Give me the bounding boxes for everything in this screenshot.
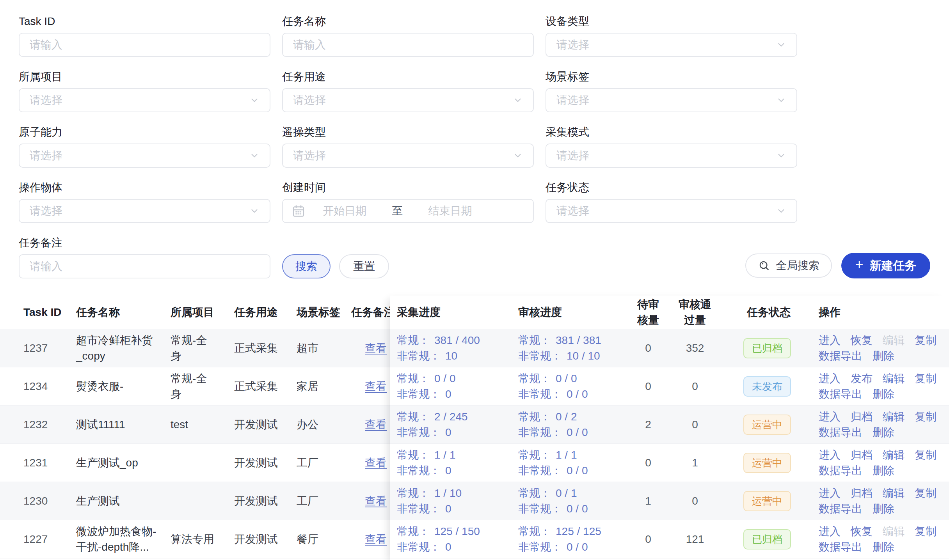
op-enter[interactable]: 进入 <box>819 447 841 463</box>
cell-collect-progress: 常规：0 / 0 非常规：0 <box>397 371 514 402</box>
cell-operations: 进入 归档 编辑 复制 数据导出 删除 <box>819 447 944 478</box>
cell-project: 常规-全身 <box>171 371 217 402</box>
op-enter[interactable]: 进入 <box>819 524 841 539</box>
chevron-down-icon <box>513 151 523 161</box>
op-enter[interactable]: 进入 <box>819 409 841 425</box>
op-restore[interactable]: 恢复 <box>851 333 873 348</box>
op-archive[interactable]: 归档 <box>851 409 873 425</box>
op-enter[interactable]: 进入 <box>819 486 841 501</box>
view-remark-link[interactable]: 查看 <box>365 380 387 392</box>
cell-name: 测试11111 <box>76 417 159 432</box>
date-range-picker[interactable]: 开始日期 至 结束日期 <box>282 199 534 223</box>
cell-review-progress: 常规：0 / 2 非常规：0 / 0 <box>518 409 635 440</box>
cell-pending-count: 0 <box>623 379 674 394</box>
teleop-type-select[interactable]: 请选择 <box>282 144 534 168</box>
table-row: 常规：0 / 0 非常规：0 常规：0 / 0 非常规：0 / 0 0 0 未发… <box>390 367 949 406</box>
cell-review-progress: 常规：0 / 0 非常规：0 / 0 <box>518 371 635 402</box>
op-edit[interactable]: 编辑 <box>883 371 905 386</box>
filter-task-status-label: 任务状态 <box>546 182 797 193</box>
op-edit[interactable]: 编辑 <box>883 486 905 501</box>
op-archive[interactable]: 归档 <box>851 447 873 463</box>
object-select[interactable]: 请选择 <box>19 199 270 223</box>
op-export[interactable]: 数据导出 <box>819 501 862 517</box>
op-copy[interactable]: 复制 <box>915 371 937 386</box>
cell-purpose: 正式采集 <box>234 379 293 394</box>
cell-pending-count: 0 <box>623 455 674 471</box>
view-remark-link[interactable]: 查看 <box>365 418 387 431</box>
table-row: 1230 生产测试 开发测试 工厂 查看 <box>0 482 390 520</box>
op-delete[interactable]: 删除 <box>873 425 894 440</box>
header-purpose: 任务用途 <box>234 305 293 320</box>
op-copy[interactable]: 复制 <box>915 447 937 463</box>
op-copy[interactable]: 复制 <box>915 333 937 348</box>
op-export[interactable]: 数据导出 <box>819 348 862 364</box>
search-button[interactable]: 搜索 <box>282 254 331 278</box>
chevron-down-icon <box>249 206 259 216</box>
cell-scene: 餐厅 <box>297 532 349 547</box>
project-select[interactable]: 请选择 <box>19 88 270 112</box>
op-archive[interactable]: 归档 <box>851 486 873 501</box>
filter-panel: Task ID 任务名称 设备类型 请选择 所属项目 请选择 任务用途 请选择 <box>0 0 949 278</box>
global-search-button[interactable]: 全局搜索 <box>745 253 832 278</box>
op-publish[interactable]: 发布 <box>851 371 873 386</box>
header-pending-count: 待审核量 <box>636 297 661 328</box>
op-delete[interactable]: 删除 <box>873 539 894 555</box>
op-restore[interactable]: 恢复 <box>851 524 873 539</box>
view-remark-link[interactable]: 查看 <box>365 457 387 469</box>
header-status: 任务状态 <box>747 305 821 320</box>
op-export[interactable]: 数据导出 <box>819 386 862 402</box>
op-edit[interactable]: 编辑 <box>883 409 905 425</box>
op-copy[interactable]: 复制 <box>915 409 937 425</box>
atomic-ability-select[interactable]: 请选择 <box>19 144 270 168</box>
device-type-select[interactable]: 请选择 <box>546 33 797 57</box>
cell-name: 熨烫衣服- <box>76 379 159 394</box>
start-date-input[interactable]: 开始日期 <box>306 204 384 218</box>
op-delete[interactable]: 删除 <box>873 386 894 402</box>
table-row: 1234 熨烫衣服- 常规-全身 正式采集 家居 查看 <box>0 367 390 406</box>
cell-task-id: 1234 <box>23 379 74 394</box>
task-status-select[interactable]: 请选择 <box>546 199 797 223</box>
table-row: 1237 超市冷鲜柜补货_copy 常规-全身 正式采集 超市 查看 <box>0 329 390 367</box>
cell-pending-count: 0 <box>623 340 674 356</box>
view-remark-link[interactable]: 查看 <box>365 495 387 507</box>
view-remark-link[interactable]: 查看 <box>365 533 387 545</box>
cell-project: 常规-全身 <box>171 333 217 364</box>
remark-input[interactable] <box>19 254 270 278</box>
end-date-input[interactable]: 结束日期 <box>411 204 490 218</box>
header-collect-progress: 采集进度 <box>397 305 514 320</box>
op-delete[interactable]: 删除 <box>873 348 894 364</box>
op-export[interactable]: 数据导出 <box>819 539 862 555</box>
op-export[interactable]: 数据导出 <box>819 463 862 478</box>
op-copy[interactable]: 复制 <box>915 486 937 501</box>
op-export[interactable]: 数据导出 <box>819 425 862 440</box>
table-row: 常规：2 / 245 非常规：0 常规：0 / 2 非常规：0 / 0 2 0 … <box>390 406 949 444</box>
filter-atomic-ability: 原子能力 请选择 <box>19 126 270 168</box>
cell-purpose: 开发测试 <box>234 417 293 432</box>
header-project: 所属项目 <box>171 305 217 320</box>
status-badge: 运营中 <box>743 453 791 473</box>
op-copy[interactable]: 复制 <box>915 524 937 539</box>
reset-button[interactable]: 重置 <box>339 254 389 278</box>
op-enter[interactable]: 进入 <box>819 333 841 348</box>
new-task-button[interactable]: + 新建任务 <box>841 253 930 278</box>
collect-mode-select[interactable]: 请选择 <box>546 144 797 168</box>
op-delete[interactable]: 删除 <box>873 463 894 478</box>
purpose-select[interactable]: 请选择 <box>282 88 534 112</box>
op-enter[interactable]: 进入 <box>819 371 841 386</box>
filter-teleop-type-label: 遥操类型 <box>282 126 534 138</box>
scene-tag-select[interactable]: 请选择 <box>546 88 797 112</box>
task-name-input[interactable] <box>282 33 534 57</box>
op-edit[interactable]: 编辑 <box>883 447 905 463</box>
search-icon <box>758 259 770 272</box>
view-remark-link[interactable]: 查看 <box>365 342 387 354</box>
op-delete[interactable]: 删除 <box>873 501 894 517</box>
table-scroll-region[interactable]: Task ID 任务名称 所属项目 任务用途 场景标签 任务备注 1237 超市… <box>0 296 390 560</box>
cell-collect-progress: 常规：125 / 150 非常规：0 <box>397 524 514 555</box>
filter-scene-tag-label: 场景标签 <box>546 71 797 83</box>
cell-purpose: 开发测试 <box>234 493 293 509</box>
table-row: 1232 测试11111 test 开发测试 办公 查看 <box>0 406 390 444</box>
cell-operations: 进入 恢复 编辑 复制 数据导出 删除 <box>819 333 944 364</box>
task-id-input[interactable] <box>19 33 270 57</box>
cell-approved-count: 0 <box>670 417 720 432</box>
header-name: 任务名称 <box>76 305 159 320</box>
